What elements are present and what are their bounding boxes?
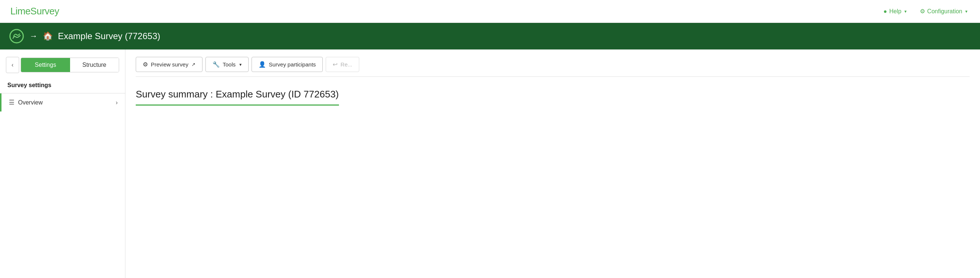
overview-chevron-icon: › <box>116 99 118 106</box>
sidebar: ‹ Settings Structure Survey settings ☰ O… <box>0 50 126 278</box>
responses-label: Re... <box>340 61 352 67</box>
breadcrumb-arrow-icon: → <box>30 31 38 41</box>
app-logo: LimeSurvey <box>10 6 59 17</box>
list-icon: ☰ <box>9 99 14 106</box>
sidebar-item-overview[interactable]: ☰ Overview › <box>0 93 125 112</box>
responses-button[interactable]: ↩ Re... <box>326 57 359 72</box>
configuration-chevron-icon: ▾ <box>965 9 967 14</box>
sidebar-item-overview-label: Overview <box>18 99 43 106</box>
configuration-button[interactable]: ⚙ Configuration ▾ <box>918 6 970 16</box>
survey-summary-heading: Survey summary : Example Survey (ID 7726… <box>136 89 339 105</box>
sidebar-tabs: ‹ Settings Structure <box>0 57 125 73</box>
tools-label: Tools <box>223 61 236 67</box>
main-area: ‹ Settings Structure Survey settings ☰ O… <box>0 50 980 278</box>
content-main: Survey summary : Example Survey (ID 7726… <box>136 89 970 105</box>
tab-settings[interactable]: Settings <box>21 58 70 72</box>
tab-container: Settings Structure <box>21 58 119 72</box>
preview-survey-button[interactable]: ⚙ Preview survey ↗ <box>136 57 202 72</box>
header-actions: ● Help ▾ ⚙ Configuration ▾ <box>881 6 970 16</box>
tab-structure[interactable]: Structure <box>70 58 119 72</box>
tools-icon: 🔧 <box>212 61 220 68</box>
preview-survey-label: Preview survey <box>151 61 188 67</box>
tools-chevron-icon: ▾ <box>239 62 242 67</box>
sidebar-section-title: Survey settings <box>0 82 125 93</box>
tools-button[interactable]: 🔧 Tools ▾ <box>205 57 248 72</box>
question-circle-icon: ● <box>883 8 887 15</box>
participants-icon: 👤 <box>259 61 266 68</box>
toolbar: ⚙ Preview survey ↗ 🔧 Tools ▾ 👤 Survey pa… <box>136 57 970 77</box>
sidebar-back-button[interactable]: ‹ <box>6 57 19 73</box>
top-header: LimeSurvey ● Help ▾ ⚙ Configuration ▾ <box>0 0 980 23</box>
content-area: ⚙ Preview survey ↗ 🔧 Tools ▾ 👤 Survey pa… <box>126 50 980 278</box>
help-button[interactable]: ● Help ▾ <box>881 6 909 16</box>
back-chevron-icon: ‹ <box>11 62 13 68</box>
external-link-icon: ↗ <box>191 62 196 67</box>
svg-point-0 <box>10 30 23 43</box>
preview-gear-icon: ⚙ <box>143 61 148 68</box>
breadcrumb-title: Example Survey (772653) <box>58 31 160 42</box>
home-icon: 🏠 <box>43 31 53 41</box>
gear-icon: ⚙ <box>920 8 925 15</box>
responses-icon: ↩ <box>333 61 337 68</box>
survey-participants-button[interactable]: 👤 Survey participants <box>251 57 323 72</box>
survey-participants-label: Survey participants <box>269 61 316 67</box>
help-chevron-icon: ▾ <box>904 9 907 14</box>
breadcrumb-bar: → 🏠 Example Survey (772653) <box>0 23 980 50</box>
limesurvey-logo-icon <box>9 29 24 44</box>
